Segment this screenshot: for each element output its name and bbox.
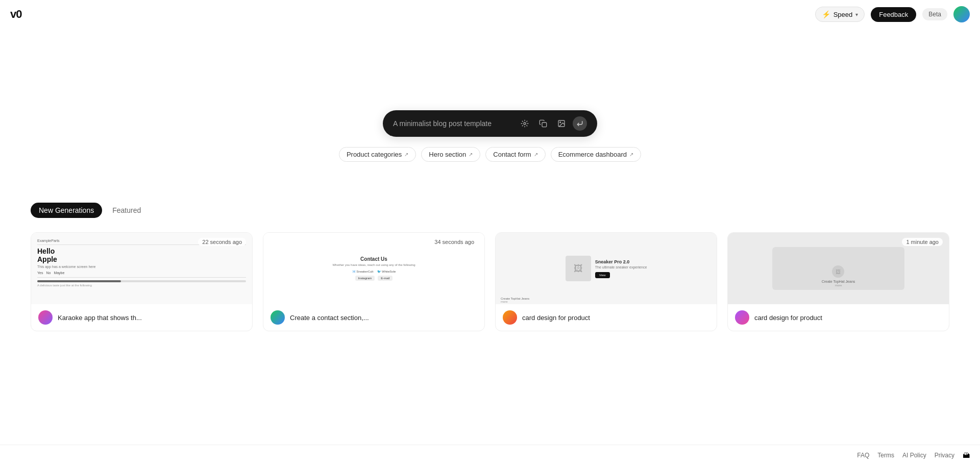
enter-button[interactable] bbox=[573, 116, 587, 131]
card-preview-2: 60 seconds ago 🖼 Sneaker Pro 2.0 The ult… bbox=[496, 233, 717, 304]
card-info-0: Karaoke app that shows th... bbox=[31, 304, 252, 331]
svg-point-3 bbox=[560, 122, 561, 123]
tab-new-generations[interactable]: New Generations bbox=[31, 203, 102, 218]
footer-terms[interactable]: Terms bbox=[877, 452, 894, 459]
card-info-1: Create a contact section,... bbox=[263, 304, 484, 331]
image-icon[interactable] bbox=[554, 116, 569, 131]
gallery-section: New Generations Featured 22 seconds ago … bbox=[0, 182, 980, 362]
external-icon-0: ↗ bbox=[404, 152, 408, 157]
suggestion-label-2: Contact form bbox=[493, 151, 531, 158]
card-title-3: card design for product bbox=[754, 314, 822, 322]
product-image-placeholder: 🖼 bbox=[566, 256, 591, 281]
suggestions-row: Product categories ↗ Hero section ↗ Cont… bbox=[339, 147, 641, 162]
footer-privacy[interactable]: Privacy bbox=[935, 452, 954, 459]
tab-featured[interactable]: Featured bbox=[104, 203, 149, 218]
card-timestamp-0: 22 seconds ago bbox=[198, 238, 246, 246]
speed-label: Speed bbox=[834, 11, 853, 18]
footer-icon: 🏔 bbox=[963, 451, 970, 459]
card-timestamp-3: 1 minute ago bbox=[902, 238, 943, 246]
gallery-tabs: New Generations Featured bbox=[31, 203, 949, 218]
svg-rect-1 bbox=[542, 123, 547, 127]
external-icon-1: ↗ bbox=[469, 152, 473, 157]
search-bar bbox=[383, 110, 597, 137]
suggestion-chip-0[interactable]: Product categories ↗ bbox=[339, 147, 416, 162]
external-icon-3: ↗ bbox=[629, 152, 633, 157]
header-right: ⚡ Speed ▾ Feedback Beta bbox=[815, 6, 970, 22]
card-preview-1: 34 seconds ago Contact Us Whether you ha… bbox=[263, 233, 484, 304]
suggestion-chip-3[interactable]: Ecommerce dashboard ↗ bbox=[551, 147, 641, 162]
external-icon-2: ↗ bbox=[534, 152, 538, 157]
card-avatar-3 bbox=[735, 310, 749, 325]
copy-icon[interactable] bbox=[536, 116, 550, 131]
card-preview-3: 1 minute ago 🖼 Create TopHat Jeansmore bbox=[728, 233, 949, 304]
card-info-3: card design for product bbox=[728, 304, 949, 331]
suggestion-label-3: Ecommerce dashboard bbox=[558, 151, 627, 158]
preview-product: 🖼 Sneaker Pro 2.0 The ultimate sneaker e… bbox=[496, 233, 717, 304]
suggestion-label-1: Hero section bbox=[429, 151, 466, 158]
speed-icon: ⚡ bbox=[822, 10, 830, 18]
footer-faq[interactable]: FAQ bbox=[857, 452, 869, 459]
card-preview-0: 22 seconds ago ExampleParts HelloApple T… bbox=[31, 233, 252, 304]
card-avatar-1 bbox=[271, 310, 285, 325]
card-3[interactable]: 1 minute ago 🖼 Create TopHat Jeansmore c… bbox=[727, 232, 949, 331]
card-avatar-0 bbox=[38, 310, 53, 325]
card-1[interactable]: 34 seconds ago Contact Us Whether you ha… bbox=[263, 232, 485, 331]
suggestion-label-0: Product categories bbox=[347, 151, 402, 158]
suggestion-chip-2[interactable]: Contact form ↗ bbox=[485, 147, 545, 162]
enhance-icon[interactable] bbox=[518, 116, 532, 131]
speed-button[interactable]: ⚡ Speed ▾ bbox=[815, 7, 865, 22]
svg-point-0 bbox=[524, 123, 526, 125]
feedback-button[interactable]: Feedback bbox=[871, 7, 916, 22]
card-info-2: card design for product bbox=[496, 304, 717, 331]
card-avatar-2 bbox=[503, 310, 517, 325]
footer-ai-policy[interactable]: AI Policy bbox=[902, 452, 926, 459]
card-2[interactable]: 60 seconds ago 🖼 Sneaker Pro 2.0 The ult… bbox=[495, 232, 717, 331]
main-content: Product categories ↗ Hero section ↗ Cont… bbox=[0, 0, 980, 362]
card-0[interactable]: 22 seconds ago ExampleParts HelloApple T… bbox=[31, 232, 253, 331]
search-area: Product categories ↗ Hero section ↗ Cont… bbox=[0, 29, 980, 182]
chevron-down-icon: ▾ bbox=[855, 12, 858, 17]
suggestion-chip-1[interactable]: Hero section ↗ bbox=[421, 147, 480, 162]
header: v0 ⚡ Speed ▾ Feedback Beta bbox=[0, 0, 980, 29]
logo[interactable]: v0 bbox=[10, 8, 21, 21]
beta-badge: Beta bbox=[922, 8, 947, 20]
search-icons bbox=[518, 116, 587, 131]
card-title-1: Create a contact section,... bbox=[290, 314, 369, 322]
avatar[interactable] bbox=[953, 6, 970, 22]
cards-grid: 22 seconds ago ExampleParts HelloApple T… bbox=[31, 232, 949, 331]
footer: FAQ Terms AI Policy Privacy 🏔 bbox=[0, 445, 980, 465]
search-input[interactable] bbox=[393, 119, 511, 128]
card-title-2: card design for product bbox=[522, 314, 590, 322]
card-timestamp-1: 34 seconds ago bbox=[430, 238, 478, 246]
card-title-0: Karaoke app that shows th... bbox=[58, 314, 142, 322]
